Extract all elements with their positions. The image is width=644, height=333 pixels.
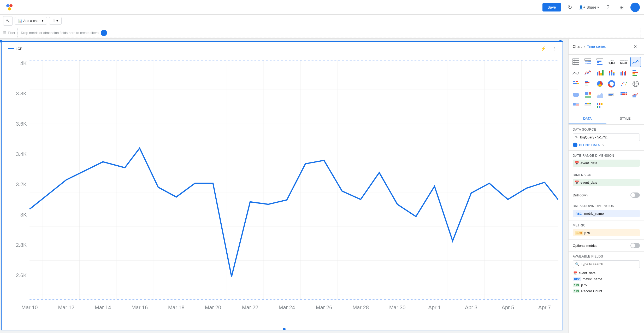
optional-metrics-toggle[interactable] (630, 243, 640, 248)
svg-rect-92 (621, 94, 622, 95)
tab-data[interactable]: DATA (569, 113, 606, 124)
blend-plus-icon: + (573, 143, 577, 147)
chart-type-scorecard-sessions[interactable]: Sessions 69.3K (618, 57, 629, 67)
date-range-section: Date Range Dimension 📅 event_date (569, 151, 644, 170)
chart-type-heatmap[interactable] (583, 57, 593, 67)
field-item-metric-name: RBC metric_name (573, 276, 640, 282)
resize-handle-bottom[interactable] (283, 328, 286, 330)
refresh-button[interactable]: ↻ (565, 3, 575, 12)
svg-point-1 (9, 4, 13, 7)
chart-type-table[interactable] (571, 57, 581, 67)
svg-point-77 (626, 82, 627, 83)
chart-type-donut[interactable] (606, 79, 617, 89)
chart-type-bullet[interactable] (606, 90, 617, 100)
svg-rect-58 (633, 72, 638, 73)
svg-rect-29 (573, 59, 579, 60)
dimension-field[interactable]: 📅 event_date (573, 179, 640, 186)
calendar-icon-field: 📅 (573, 271, 577, 275)
svg-text:Mar 14: Mar 14 (95, 305, 111, 310)
chart-type-extra[interactable] (595, 101, 605, 111)
svg-rect-43 (597, 72, 598, 75)
chart-type-bar-table[interactable] (595, 57, 605, 67)
svg-rect-53 (621, 72, 622, 75)
chart-type-treemap[interactable] (583, 90, 593, 100)
user-avatar[interactable] (630, 3, 640, 12)
sum-badge: SUM (575, 231, 583, 235)
chart-type-time-series[interactable] (630, 57, 641, 67)
chart-type-gauge[interactable] (571, 101, 581, 111)
chart-type-line[interactable] (583, 68, 593, 78)
chart-type-geo[interactable] (630, 79, 641, 89)
svg-rect-41 (597, 62, 599, 63)
optional-metrics-section: Optional metrics (569, 240, 644, 252)
chart-type-stacked-bar[interactable] (606, 68, 617, 78)
tab-style[interactable]: STYLE (606, 113, 644, 124)
date-range-field[interactable]: 📅 event_date (573, 160, 640, 167)
svg-rect-36 (588, 61, 591, 62)
svg-rect-45 (600, 73, 602, 75)
chart-type-scorecard-total[interactable]: Total 1,168 (606, 57, 617, 67)
svg-text:Mar 24: Mar 24 (279, 305, 295, 310)
chart-type-bar[interactable] (595, 68, 605, 78)
cursor-tool-button[interactable]: ↖ (3, 16, 13, 26)
svg-rect-63 (573, 83, 577, 84)
chart-more-button[interactable]: ⋮ (550, 44, 559, 53)
svg-rect-3 (29, 60, 558, 300)
chart-type-stacked-horizontal[interactable] (571, 79, 581, 89)
filter-drop-zone[interactable]: Drop metric or dimension fields here to … (17, 28, 641, 38)
svg-point-2 (8, 7, 11, 10)
share-button[interactable]: 👤+ Share ▾ (579, 5, 599, 9)
main-layout: LCP ⚡ ⋮ 4K 3.8K 3 (0, 39, 644, 333)
apps-button[interactable]: ⊞ (617, 3, 626, 12)
svg-text:Mar 20: Mar 20 (205, 305, 221, 310)
chart-lightning-button[interactable]: ⚡ (539, 44, 548, 53)
svg-point-0 (6, 4, 9, 7)
chart-type-waffle[interactable] (618, 90, 629, 100)
help-button[interactable]: ? (603, 3, 613, 12)
svg-rect-48 (609, 71, 610, 73)
metric-field[interactable]: SUM p75 (573, 229, 640, 236)
chart-type-grouped-bar[interactable] (618, 68, 629, 78)
svg-rect-101 (585, 103, 587, 104)
svg-rect-100 (576, 104, 579, 106)
search-input[interactable] (581, 262, 637, 266)
chart-type-smooth-line[interactable] (571, 68, 581, 78)
chart-type-pie[interactable] (595, 79, 605, 89)
svg-rect-65 (585, 81, 588, 82)
svg-text:2.8K: 2.8K (16, 242, 27, 248)
chart-container: LCP ⚡ ⋮ 4K 3.8K 3 (1, 41, 563, 330)
field-item-p75: 123 p75 (573, 282, 640, 288)
svg-text:Mar 22: Mar 22 (242, 305, 258, 310)
svg-rect-56 (625, 71, 626, 75)
blend-data-button[interactable]: + BLEND DATA ? (573, 143, 604, 147)
save-button[interactable]: Save (542, 3, 561, 11)
drill-down-toggle[interactable] (630, 192, 640, 198)
svg-rect-34 (585, 59, 591, 60)
chart-type-scatter[interactable] (618, 79, 629, 89)
breakdown-label: Breakdown Dimension (573, 204, 640, 208)
svg-text:Mar 16: Mar 16 (132, 305, 148, 310)
help-icon: ? (602, 143, 604, 147)
breakdown-field[interactable]: RBC metric_name (573, 210, 640, 217)
chart-type-filled-map[interactable] (571, 90, 581, 100)
svg-text:Mar 12: Mar 12 (58, 305, 74, 310)
svg-rect-68 (585, 85, 588, 85)
add-chart-chevron-icon: ▾ (42, 19, 44, 23)
date-range-label: Date Range Dimension (573, 154, 640, 157)
chart-type-area[interactable] (595, 90, 605, 100)
svg-text:3.2K: 3.2K (16, 182, 27, 187)
chart-type-grouped-horizontal[interactable] (583, 79, 593, 89)
optional-metrics-row: Optional metrics (573, 243, 640, 248)
chart-type-horizontal-bar[interactable] (630, 68, 641, 78)
svg-text:3.4K: 3.4K (16, 151, 27, 157)
chart-type-combo[interactable] (630, 90, 641, 100)
panel-close-button[interactable]: ✕ (630, 42, 640, 51)
svg-rect-89 (622, 92, 624, 93)
add-chart-button[interactable]: 📊 Add a chart ▾ (15, 17, 47, 25)
field-item-record-count: 123 Record Count (573, 288, 640, 294)
chart-type-pivot[interactable] (583, 101, 593, 111)
controls-button[interactable]: ⊞ ▾ (49, 17, 62, 25)
svg-rect-84 (585, 96, 591, 98)
datasource-row[interactable]: ✎ BigQuery - 5/17/2... (573, 133, 640, 141)
add-filter-button[interactable]: + (101, 30, 107, 36)
